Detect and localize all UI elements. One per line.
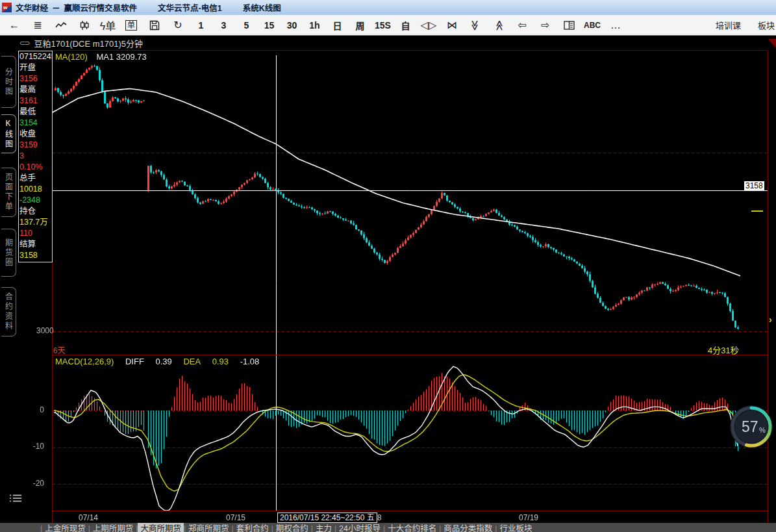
quote-entry: 3154 (19, 118, 52, 129)
quote-entry: -2348 (19, 195, 52, 206)
toolbar: ←≣ϟ单单↻ 13515301h日周15S自 ◁▷⋈≫≫⇦⇨ABC… 培训课 板… (0, 15, 776, 36)
board-button[interactable]: 板块 (758, 19, 775, 31)
exchange-tab-商品分类指数[interactable]: 商品分类指数 (441, 523, 495, 532)
gauge-value: 57 (742, 418, 758, 435)
time-axis-label: 8 (377, 513, 382, 522)
period-1h-button[interactable]: 1h (303, 17, 326, 34)
toolbar-left-icons: ←≣ϟ单单↻ (3, 17, 190, 34)
quote-entry: 开盘 (19, 62, 52, 73)
quote-entry: 最低 (19, 107, 52, 118)
macd-bar-value: -1.08 (240, 357, 260, 366)
exchange-tab-24小时报导[interactable]: 24小时报导 (336, 523, 383, 532)
more-icon[interactable]: … (604, 17, 627, 34)
ma-name: MA(120) (55, 52, 88, 62)
time-axis-label: 07/19 (519, 513, 538, 522)
pan-right-icon[interactable]: ⇨ (534, 17, 557, 34)
period-15-button[interactable]: 15 (258, 17, 281, 34)
quote-entry: 收盘 (19, 129, 52, 140)
quote-entry: 3158 (19, 250, 52, 261)
period-3-button[interactable]: 3 (212, 17, 235, 34)
title-dash: － (52, 1, 60, 14)
expand-horizontal-icon[interactable]: ◁▷ (417, 17, 440, 34)
quote-entry: 110 (19, 228, 52, 239)
period-日-button[interactable]: 日 (326, 17, 349, 34)
exchange-tab-大商所期货[interactable]: 大商所期货 (138, 523, 184, 532)
quote-entry: 最高 (19, 84, 52, 95)
compress-horizontal-icon[interactable]: ⋈ (440, 17, 464, 34)
toolbar-right-icons: ◁▷⋈≫≫⇦⇨ABC… (417, 17, 627, 34)
titlebar: w 文华财经 － 赢顺云行情交易软件 文华云节点-电信1 系统K线图 (0, 0, 776, 15)
server-node-label: 文华云节点-电信1 (158, 1, 222, 14)
macd-indicator-label: MACD(12,26,9) DIFF 0.39 DEA 0.93 -1.08 (55, 357, 268, 366)
exchange-tab-郑商所期货[interactable]: 郑商所期货 (186, 523, 232, 532)
bottom-tab-bar: |上金所现货|上期所期货|大商所期货|郑商所期货|套利合约|期权合约|主力|24… (0, 523, 776, 532)
side-tab-期货圈[interactable]: 期货圈 (1, 229, 16, 277)
quote-entry: 0.10% (19, 162, 52, 173)
back-icon[interactable]: ← (3, 17, 26, 34)
quote-entry: 总手 (19, 173, 52, 184)
pan-left-icon[interactable]: ⇦ (510, 17, 534, 34)
dea-label: DEA (183, 357, 201, 366)
period-周-button[interactable]: 周 (349, 17, 371, 34)
quote-entry: 137.7万 (19, 217, 52, 228)
quote-entry: 3161 (19, 95, 52, 107)
view-name-label: 系统K线图 (243, 1, 281, 14)
flash-order-icon[interactable]: ϟ单 (96, 17, 119, 34)
macd-axis-neg10: -10 (23, 442, 44, 451)
diff-value: 0.39 (155, 357, 171, 366)
product-title: 赢顺云行情交易软件 (64, 1, 138, 14)
period-30-button[interactable]: 30 (281, 17, 303, 34)
chart-frame (52, 50, 768, 511)
chart-symbol-title: 豆粕1701(DCE m1701)5分钟 (34, 37, 143, 49)
period-15S-button[interactable]: 15S (371, 17, 394, 34)
side-tab-合约资料[interactable]: 合约资料 (1, 287, 16, 336)
chart-header: ⊂⊃ 豆粕1701(DCE m1701)5分钟 (19, 37, 143, 49)
exchange-tab-期权合约[interactable]: 期权合约 (273, 523, 311, 532)
app-icon: w (2, 3, 12, 12)
crosshair-price-tag: 3158 (744, 181, 764, 191)
split-view-icon[interactable] (557, 17, 581, 34)
training-course-button[interactable]: 培训课 (716, 19, 741, 31)
quote-entry: 3159 (19, 140, 52, 151)
price-axis-3000: 3000 (36, 326, 62, 335)
exchange-tab-主力[interactable]: 主力 (313, 523, 334, 532)
abc-icon[interactable]: ABC (581, 17, 604, 34)
exchange-tab-十大合约排名[interactable]: 十大合约排名 (385, 523, 439, 532)
percent-gauge-widget[interactable]: 57 % (728, 403, 775, 450)
time-axis: 07/1407/15807/19 (52, 513, 768, 523)
side-tab-K线图[interactable]: K线图 (1, 114, 16, 153)
link-icon[interactable]: ⊂⊃ (19, 39, 29, 47)
quote-entry: 持仓 (19, 206, 52, 217)
quote-list-icon[interactable]: ≣ (26, 17, 49, 34)
diff-label: DIFF (125, 357, 144, 366)
panel-divider (53, 355, 768, 355)
side-tab-分时图[interactable]: 分时图 (1, 56, 16, 108)
quote-entry: 3 (19, 151, 52, 162)
last-price-tick (751, 210, 763, 212)
order-panel-icon[interactable]: 单 (119, 17, 143, 34)
bar-countdown-label: 4分31秒 (708, 344, 739, 356)
period-1-button[interactable]: 1 (190, 17, 212, 34)
exchange-tab-套利合约[interactable]: 套利合约 (234, 523, 271, 532)
exchange-tab-上金所现货[interactable]: 上金所现货 (42, 523, 88, 532)
side-tab-页面下单[interactable]: 页面下单 (1, 168, 16, 217)
refresh-icon[interactable]: ↻ (166, 17, 190, 34)
scroll-down-icon[interactable]: ≫ (467, 14, 484, 37)
exchange-tab-行业板块[interactable]: 行业板块 (497, 523, 534, 532)
line-chart-icon[interactable] (49, 17, 73, 34)
quote-entry: 07152245 (19, 51, 52, 62)
macd-axis-neg20: -20 (23, 479, 44, 488)
candlestick-icon[interactable] (73, 17, 96, 34)
period-自-button[interactable]: 自 (394, 17, 417, 34)
quote-panel: 07152245开盘3156最高3161最低3154收盘315930.10%总手… (18, 51, 53, 262)
toolbar-period-buttons: 13515301h日周15S自 (190, 17, 417, 34)
dea-value: 0.93 (212, 357, 229, 366)
menu-list-icon[interactable] (9, 494, 22, 503)
svg-text:w: w (3, 5, 8, 10)
scroll-up-icon[interactable]: ≫ (490, 14, 507, 37)
macd-name: MACD(12,26,9) (55, 357, 114, 366)
save-icon[interactable] (143, 17, 166, 34)
period-5-button[interactable]: 5 (235, 17, 258, 34)
exchange-tab-上期所期货[interactable]: 上期所期货 (90, 523, 136, 532)
scroll-right-arrow-icon[interactable]: › (769, 314, 772, 325)
